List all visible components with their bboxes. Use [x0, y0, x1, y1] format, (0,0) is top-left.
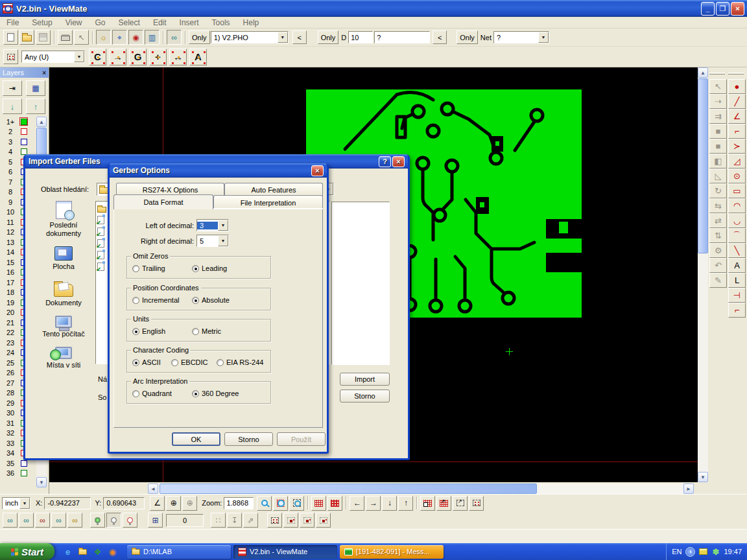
chevron-down-icon[interactable]: ▼: [538, 32, 549, 43]
view-filled-button[interactable]: ∞: [35, 513, 50, 528]
menu-view[interactable]: View: [59, 17, 89, 29]
scroll-down-icon[interactable]: ▼: [36, 477, 47, 487]
dimension-tool-button[interactable]: ⊣: [728, 288, 746, 303]
pan-right-button[interactable]: →: [366, 496, 381, 511]
select-area-button[interactable]: [453, 496, 468, 511]
tab-file-interpretation[interactable]: File Interpretation: [213, 195, 323, 209]
radio-metric[interactable]: Metric: [192, 327, 221, 335]
cancel-button[interactable]: Storno: [224, 432, 273, 446]
menu-help[interactable]: Help: [237, 17, 266, 29]
curve-tool-button[interactable]: ◡: [728, 213, 746, 228]
swap-button[interactable]: ⇆: [709, 198, 727, 213]
prev-dcode-button[interactable]: <: [433, 30, 447, 44]
place-computer[interactable]: Tento počítač: [33, 316, 94, 338]
restore-button[interactable]: ❐: [716, 2, 729, 16]
place-desktop[interactable]: Plocha: [33, 246, 94, 271]
settings-button[interactable]: ⚙: [709, 243, 727, 258]
only-net-button[interactable]: Only: [456, 30, 478, 44]
view-components-button[interactable]: ⌖: [112, 30, 127, 45]
radio-absolute[interactable]: Absolute: [192, 296, 230, 304]
chevron-down-icon[interactable]: ▼: [218, 235, 228, 246]
insert-trace-button[interactable]: ⇉: [709, 109, 727, 124]
hscroll-thumb[interactable]: [160, 484, 537, 494]
filled-poly-button[interactable]: ■: [709, 139, 727, 154]
grid-move-button[interactable]: [436, 496, 451, 511]
place-network[interactable]: Místa v síti: [33, 347, 94, 369]
layer-row-1[interactable]: 1+: [1, 117, 36, 127]
radio-trailing[interactable]: Trailing: [132, 264, 165, 272]
tray-collapse-icon[interactable]: ‹: [685, 547, 695, 557]
insert-pad-button[interactable]: ⇢: [709, 94, 727, 109]
view-flash-button[interactable]: ☼: [96, 30, 111, 45]
toolbar-grip[interactable]: [728, 73, 744, 75]
grid-snap-button[interactable]: [327, 496, 342, 511]
close-icon[interactable]: ×: [42, 69, 46, 76]
pointer-tool-button[interactable]: ↖: [709, 79, 727, 94]
node-edit-button[interactable]: ✎: [709, 273, 727, 288]
only-dcode-button[interactable]: Only: [318, 30, 339, 44]
tab-data-format[interactable]: Data Format: [113, 194, 213, 209]
prev-layer-button[interactable]: <: [292, 30, 307, 44]
print-button[interactable]: [58, 30, 73, 45]
zoom-select-button[interactable]: [289, 496, 304, 511]
select-component-button[interactable]: C: [89, 49, 106, 65]
open-file-button[interactable]: [19, 30, 34, 45]
zoom-in-button[interactable]: [257, 496, 272, 511]
scroll-up-icon[interactable]: ▲: [36, 117, 47, 127]
layer-setup-button[interactable]: ▦: [26, 80, 45, 96]
select-pad-button[interactable]: +: [149, 49, 167, 65]
corner-tool-button[interactable]: ⌐: [728, 303, 746, 318]
menu-select[interactable]: Select: [112, 17, 147, 29]
pan-down-button[interactable]: ↓: [382, 496, 397, 511]
shear-button[interactable]: ◺: [709, 169, 727, 183]
hscroll-track[interactable]: [158, 484, 683, 494]
task-mlab[interactable]: D:\MLAB: [127, 545, 231, 559]
label-tool-button[interactable]: L: [728, 273, 746, 288]
left-of-decimal-combo[interactable]: 3 ▼: [196, 219, 229, 231]
text-tool-button[interactable]: A: [728, 258, 746, 273]
dcode-input[interactable]: [348, 31, 373, 43]
menu-insert[interactable]: Insert: [173, 17, 206, 29]
help-button[interactable]: ?: [379, 156, 391, 167]
pattern-select-button[interactable]: [267, 513, 282, 528]
pan-left-button[interactable]: ←: [350, 496, 364, 511]
rotate-button[interactable]: ↻: [709, 183, 727, 198]
task-viewmate[interactable]: V2.bin - ViewMate: [233, 545, 337, 559]
filter-combo[interactable]: Any (U) ▼: [21, 51, 85, 63]
scroll-left-icon[interactable]: ◄: [148, 484, 158, 494]
toolbar-grip[interactable]: [709, 73, 725, 75]
view-outline-button[interactable]: ∞: [51, 513, 66, 528]
stretch-button[interactable]: ⇗: [243, 513, 258, 528]
menu-setup[interactable]: Setup: [25, 17, 58, 29]
highlight-off-button[interactable]: [106, 513, 121, 528]
folder-icon[interactable]: [77, 546, 88, 557]
save-file-button[interactable]: [36, 30, 51, 45]
center-target-button[interactable]: ⊕: [166, 496, 181, 511]
angle-measure-button[interactable]: ∠: [150, 496, 165, 511]
vertical-scrollbar[interactable]: ▲ ▼: [698, 67, 708, 482]
net-combo[interactable]: ? ▼: [493, 31, 549, 43]
layers-scroll-thumb[interactable]: [36, 128, 47, 158]
close-button[interactable]: ×: [731, 2, 744, 16]
firefox-icon[interactable]: ◉: [107, 546, 118, 557]
zoom-input[interactable]: [224, 497, 254, 509]
radio-incremental[interactable]: Incremental: [132, 296, 179, 304]
vscroll-thumb[interactable]: [698, 78, 708, 253]
zoom-grid-button[interactable]: [273, 496, 288, 511]
pan-up-button[interactable]: ↑: [398, 496, 413, 511]
view-lines-button[interactable]: ∞: [19, 513, 34, 528]
layer-up-button[interactable]: ↑: [26, 99, 45, 114]
view-sketch-button[interactable]: ∞: [67, 513, 82, 528]
layer-move-button[interactable]: ⇥: [3, 80, 22, 96]
radio-english[interactable]: English: [132, 327, 165, 335]
layer-color-swatch[interactable]: [21, 460, 27, 467]
scroll-down-icon[interactable]: ▼: [698, 472, 708, 482]
layer-row-36[interactable]: 36: [1, 469, 36, 479]
close-button[interactable]: ×: [392, 156, 405, 167]
pattern-pad-button[interactable]: [283, 513, 298, 528]
radio-leading[interactable]: Leading: [192, 264, 227, 272]
probe-button[interactable]: ⊕: [182, 496, 197, 511]
menu-go[interactable]: Go: [89, 17, 112, 29]
select-group-button[interactable]: G: [129, 49, 147, 65]
open-arrow-tool-button[interactable]: ≻: [728, 139, 746, 154]
